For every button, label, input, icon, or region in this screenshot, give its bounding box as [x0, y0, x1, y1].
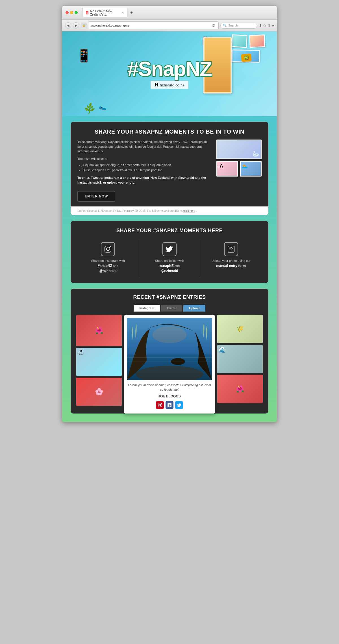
page-content: 📷 📱 🥝 🌿 🥿 #SnapNZ H nzherald.co.nz: [62, 31, 277, 422]
competition-body: To celebrate Waitangi Day and all things…: [77, 140, 262, 202]
browser-window: h NZ Herald: New Zealand's ... ✕ + ◀ ▶ 🔒…: [62, 6, 277, 422]
instagram-share-option[interactable]: Share on Instagram with #snapNZ and @nzh…: [77, 239, 139, 276]
kiwi-badge: 🥝: [241, 53, 252, 62]
svg-point-2: [109, 247, 110, 248]
close-window-button[interactable]: [66, 11, 69, 14]
competition-title: SHARE YOUR #SNAPNZ MOMENTS TO BE IN TO W…: [77, 129, 262, 135]
comp-photo-birds: 🦢: [216, 140, 262, 159]
comp-photo-beach: 🏖: [216, 161, 238, 177]
download-icon[interactable]: ⬇: [259, 23, 262, 28]
search-icon: 🔍: [223, 24, 227, 27]
twitter-share-button[interactable]: [175, 401, 183, 409]
prize-item-2: Quisque sapien erat, pharetra id tellus …: [82, 168, 212, 173]
twitter-icon: [162, 242, 177, 256]
main-content: SHARE YOUR #SNAPNZ MOMENTS TO BE IN TO W…: [62, 116, 277, 422]
footer-suffix: .: [196, 209, 197, 212]
nzherald-logo: H nzherald.co.nz: [151, 81, 188, 89]
svg-rect-0: [105, 246, 111, 252]
tab-twitter[interactable]: Twitter: [161, 305, 182, 312]
tab-bar: h NZ Herald: New Zealand's ... ✕ +: [82, 8, 273, 17]
svg-point-1: [107, 248, 109, 251]
refresh-button[interactable]: ↺: [210, 23, 216, 28]
enter-text: To enter, Tweet or Instagram a photo of …: [77, 176, 206, 184]
featured-entry: Lorem ipsum dolor sit amet, consectetur …: [124, 315, 215, 414]
hero-section: 📷 📱 🥝 🌿 🥿 #SnapNZ H nzherald.co.nz: [62, 31, 277, 116]
twitter-share-text: Share on Twitter with #snapNZ and @nzher…: [155, 258, 184, 273]
enter-button[interactable]: ENTER NOW: [77, 191, 115, 202]
menu-icon[interactable]: ≡: [272, 23, 274, 28]
entry-thumb-6[interactable]: 🌺: [217, 375, 263, 403]
tab-instagram[interactable]: Instagram: [134, 305, 160, 312]
entry-column-right: 🌾 🌊 🌺: [217, 315, 263, 414]
competition-footer: Entries close at 11.59pm on Friday, Febr…: [71, 206, 268, 215]
tab-upload[interactable]: Upload: [183, 305, 205, 312]
terms-link[interactable]: click here: [183, 209, 195, 212]
address-bar[interactable]: www.nzherald.co.nz/snapnz ↺: [88, 21, 219, 29]
share-section: SHARE YOUR #SNAPNZ MOMENTS HERE Share on…: [71, 221, 268, 283]
entries-tabs: Instagram Twitter Upload: [76, 305, 263, 312]
bookmark-icon[interactable]: ☆: [263, 23, 266, 28]
search-bar[interactable]: 🔍 Search: [220, 23, 257, 29]
competition-text: To celebrate Waitangi Day and all things…: [77, 140, 212, 202]
prize-label: The prize will include:: [77, 156, 212, 161]
new-tab-button[interactable]: +: [129, 10, 134, 16]
browser-toolbar: ◀ ▶ 🔒 www.nzherald.co.nz/snapnz ↺ 🔍 Sear…: [62, 20, 277, 31]
svg-rect-9: [127, 362, 212, 362]
search-placeholder: Search: [228, 24, 238, 27]
entries-grid: 🌺 🏖 🌸: [76, 315, 263, 414]
nzherald-h-logo: H: [155, 82, 160, 88]
recent-title: RECENT #SNAPNZ ENTRIES: [76, 294, 263, 300]
entry-thumb-3[interactable]: 🌸: [76, 378, 122, 406]
hero-title-area: #SnapNZ H nzherald.co.nz: [127, 59, 212, 89]
address-text: www.nzherald.co.nz/snapnz: [91, 24, 210, 27]
toolbar-icons: ⬇ ☆ ⬆ ≡: [259, 23, 274, 28]
browser-titlebar: h NZ Herald: New Zealand's ... ✕ +: [62, 6, 277, 20]
featured-social-buttons: [127, 401, 212, 409]
jandals-decoration: 🥿: [99, 103, 107, 110]
maximize-window-button[interactable]: [75, 11, 78, 14]
entry-thumb-5[interactable]: 🌊: [217, 345, 263, 373]
competition-photos: 🦢 🏖 🏊: [216, 140, 262, 202]
footer-text: Entries close at 11.59pm on Friday, Febr…: [77, 209, 182, 212]
pinterest-button[interactable]: [156, 401, 164, 409]
instagram-icon: [101, 242, 115, 256]
svg-point-10: [153, 326, 186, 343]
svg-rect-8: [127, 357, 212, 358]
share-options: Share on Instagram with #snapNZ and @nzh…: [77, 239, 262, 276]
enter-instruction: To enter, Tweet or Instagram a photo of …: [77, 175, 212, 185]
upload-share-option[interactable]: Upload your photo using our manual entry…: [200, 239, 262, 276]
upload-share-text: Upload your photo using our manual entry…: [212, 258, 251, 268]
upload-icon: [224, 242, 238, 256]
nzherald-logo-text: nzherald.co.nz: [160, 83, 184, 87]
comp-photo-swim: 🏊: [240, 161, 262, 177]
close-tab-button[interactable]: ✕: [121, 11, 124, 14]
entry-thumb-4[interactable]: 🌾: [217, 315, 263, 343]
share-title: SHARE YOUR #SNAPNZ MOMENTS HERE: [77, 228, 262, 234]
featured-caption: Lorem ipsum dolor sit amet, consectetur …: [127, 383, 212, 392]
forward-button[interactable]: ▶: [73, 22, 79, 29]
featured-photo: [127, 318, 212, 380]
instagram-share-text: Share on Instagram with #snapNZ and @nzh…: [91, 258, 125, 273]
phone-decoration: 📱: [76, 48, 92, 63]
tab-favicon: h: [86, 11, 88, 14]
recent-section: RECENT #SNAPNZ ENTRIES Instagram Twitter…: [71, 289, 268, 414]
minimize-window-button[interactable]: [70, 11, 73, 14]
twitter-share-option[interactable]: Share on Twitter with #snapNZ and @nzher…: [139, 239, 201, 276]
entry-column-left: 🌺 🏖 🌸: [76, 315, 122, 414]
tab-title: NZ Herald: New Zealand's ...: [90, 9, 119, 16]
facebook-button[interactable]: [166, 401, 173, 409]
entry-thumb-1[interactable]: 🌺: [76, 315, 122, 346]
share-icon[interactable]: ⬆: [268, 23, 271, 28]
prize-list: Aliquam volutpat ex augue, sit amet port…: [77, 163, 212, 173]
window-controls: [66, 11, 78, 14]
prize-item-1: Aliquam volutpat ex augue, sit amet port…: [82, 163, 212, 168]
back-button[interactable]: ◀: [65, 22, 71, 29]
competition-box: SHARE YOUR #SNAPNZ MOMENTS TO BE IN TO W…: [71, 122, 268, 215]
active-tab[interactable]: h NZ Herald: New Zealand's ... ✕: [82, 8, 127, 17]
competition-intro: To celebrate Waitangi Day and all things…: [77, 140, 212, 154]
security-icon: 🔒: [81, 23, 86, 28]
featured-author: JOE BLOGGS: [127, 394, 212, 398]
entry-thumb-2[interactable]: 🏖: [76, 348, 122, 376]
snapnz-title: #SnapNZ: [127, 59, 212, 79]
